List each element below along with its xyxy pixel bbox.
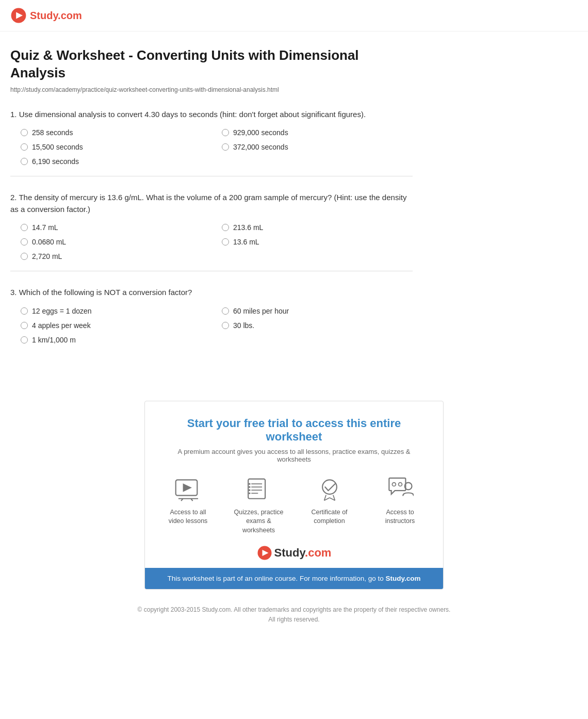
feature-instructor-label: Access to instructors [385,508,415,526]
list-item[interactable]: 1 km/1,000 m [21,336,413,344]
radio-q1b[interactable] [222,129,229,136]
list-item[interactable]: 0.0680 mL [21,238,211,246]
option-q3c-label: 4 apples per week [32,321,91,330]
list-item[interactable]: 2,720 mL [21,252,413,260]
cta-logo-row: Study.com [160,545,428,561]
copyright: © copyright 2003-2015 Study.com. All oth… [0,605,588,635]
radio-q2e[interactable] [21,253,28,260]
option-q3a-label: 12 eggs = 1 dozen [32,307,92,315]
page-title: Quiz & Worksheet - Converting Units with… [10,47,413,82]
list-item[interactable]: 213.6 mL [222,223,413,232]
radio-q1d[interactable] [222,143,229,151]
question-3-text: 3. Which of the following is NOT a conve… [10,287,413,299]
cta-footer-text: This worksheet is part of an online cour… [167,575,385,582]
instructor-icon [385,476,416,504]
option-q2c-label: 0.0680 mL [32,238,66,246]
header: Study.com [0,0,588,31]
cta-footer-link[interactable]: Study.com [386,575,421,582]
feature-quiz: Quizzes, practice exams & worksheets [231,476,286,535]
feature-video-label: Access to all video lessons [169,508,208,526]
feature-instructor: Access to instructors [372,476,428,535]
question-3-options: 12 eggs = 1 dozen 60 miles per hour 4 ap… [21,307,413,330]
list-item[interactable]: 15,500 seconds [21,143,211,151]
list-item[interactable]: 12 eggs = 1 dozen [21,307,211,315]
main-content: Quiz & Worksheet - Converting Units with… [0,31,423,380]
option-q2e-label: 2,720 mL [32,252,62,260]
logo-study: Study [30,10,58,21]
video-icon [173,476,204,504]
svg-point-13 [249,486,250,488]
option-q1a-label: 258 seconds [32,128,73,137]
page-url: http://study.com/academy/practice/quiz-w… [10,86,413,93]
logo-text: Study.com [30,10,82,22]
svg-rect-7 [248,479,265,499]
option-q3b-label: 60 miles per hour [233,307,289,315]
list-item[interactable]: 30 lbs. [222,321,413,330]
svg-point-21 [392,483,396,486]
cta-subtitle: A premium account gives you access to al… [160,448,428,463]
copyright-line2: All rights reserved. [0,615,588,625]
option-q2d-label: 13.6 mL [233,238,259,246]
list-item[interactable]: 13.6 mL [222,238,413,246]
question-2-options: 14.7 mL 213.6 mL 0.0680 mL 13.6 mL [21,223,413,246]
svg-point-22 [398,483,402,486]
question-2-text: 2. The density of mercury is 13.6 g/mL. … [10,192,413,215]
svg-point-14 [249,489,250,491]
radio-q3c[interactable] [21,322,28,329]
logo-com: .com [58,10,82,21]
radio-q3a[interactable] [21,307,28,315]
option-q1b-label: 929,000 seconds [233,128,288,137]
list-item[interactable]: 4 apples per week [21,321,211,330]
feature-cert-label: Certificate of completion [311,508,347,526]
feature-video: Access to all video lessons [160,476,216,535]
question-1-options: 258 seconds 929,000 seconds 15,500 secon… [21,128,413,151]
studycom-logo-icon [10,7,27,24]
radio-q2d[interactable] [222,238,229,246]
list-item[interactable]: 372,000 seconds [222,143,413,151]
svg-point-15 [249,493,250,494]
copyright-line1: © copyright 2003-2015 Study.com. All oth… [0,605,588,615]
question-2-block: 2. The density of mercury is 13.6 g/mL. … [10,192,413,271]
logo[interactable]: Study.com [10,7,578,24]
question-3-block: 3. Which of the following is NOT a conve… [10,287,413,354]
option-q2a-label: 14.7 mL [32,223,58,232]
radio-q3e[interactable] [21,336,28,344]
radio-q2c[interactable] [21,238,28,246]
cert-icon [314,476,345,504]
cta-box: Start your free trial to access this ent… [144,401,444,590]
quiz-icon [243,476,274,504]
list-item[interactable]: 6,190 seconds [21,157,413,166]
cta-title: Start your free trial to access this ent… [160,417,428,444]
features-row: Access to all video lessons Quizzes, pra… [160,476,428,535]
cta-logo-text: Study.com [274,546,332,560]
list-item[interactable]: 60 miles per hour [222,307,413,315]
feature-quiz-label: Quizzes, practice exams & worksheets [231,508,286,535]
radio-q2b[interactable] [222,224,229,231]
question-1-block: 1. Use dimensional analysis to convert 4… [10,109,413,177]
radio-q1c[interactable] [21,143,28,151]
feature-cert: Certificate of completion [302,476,357,535]
list-item[interactable]: 258 seconds [21,128,211,137]
option-q1d-label: 372,000 seconds [233,143,288,151]
option-q1c-label: 15,500 seconds [32,143,83,151]
list-item[interactable]: 929,000 seconds [222,128,413,137]
radio-q1a[interactable] [21,129,28,136]
svg-marker-3 [183,483,191,492]
radio-q1e[interactable] [21,158,28,165]
list-item[interactable]: 14.7 mL [21,223,211,232]
svg-point-12 [249,483,250,485]
option-q3e-label: 1 km/1,000 m [32,336,76,344]
radio-q3b[interactable] [222,307,229,315]
cta-logo-icon [257,545,272,561]
question-1-text: 1. Use dimensional analysis to convert 4… [10,109,413,121]
option-q3d-label: 30 lbs. [233,321,254,330]
radio-q2a[interactable] [21,224,28,231]
option-q2b-label: 213.6 mL [233,223,263,232]
radio-q3d[interactable] [222,322,229,329]
option-q1e-label: 6,190 seconds [32,157,79,166]
cta-footer: This worksheet is part of an online cour… [145,568,443,589]
